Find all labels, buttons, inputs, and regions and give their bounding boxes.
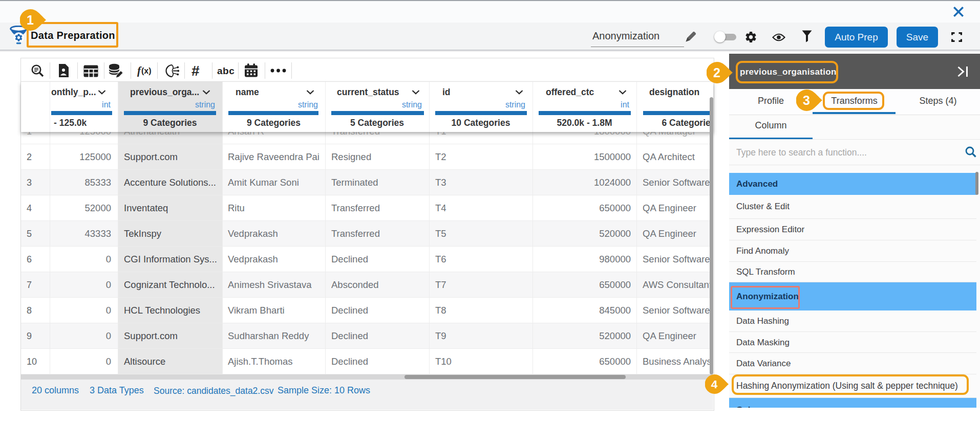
svg-text:3: 3: [803, 93, 810, 107]
svg-text:4: 4: [711, 378, 718, 391]
svg-text:1: 1: [27, 13, 34, 27]
svg-text:2: 2: [713, 65, 720, 79]
